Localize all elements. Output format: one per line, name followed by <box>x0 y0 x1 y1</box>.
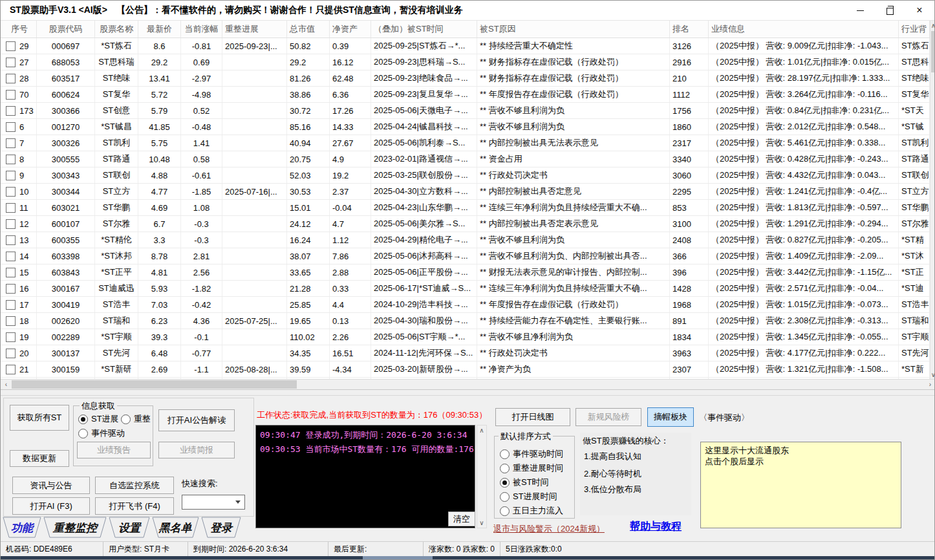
quick-search-select[interactable] <box>182 495 245 510</box>
row-checkbox[interactable] <box>6 74 16 83</box>
radio-sort-5day-inflow[interactable]: 五日主力流入 <box>500 505 563 517</box>
row-checkbox[interactable] <box>6 58 16 67</box>
row-checkbox[interactable] <box>6 268 16 277</box>
row-checkbox[interactable] <box>6 284 16 294</box>
scroll-up-icon[interactable]: ∧ <box>930 21 935 30</box>
row-checkbox[interactable] <box>6 155 16 164</box>
radio-restructure[interactable]: 重整 <box>121 413 151 425</box>
minimize-button[interactable] <box>845 1 875 20</box>
column-header-mcap[interactable]: 总市值 <box>287 21 330 38</box>
table-row[interactable]: 29000697*ST炼石8.6-0.812025-09-23|...50.82… <box>1 38 930 54</box>
perf-forecast-button[interactable]: 业绩预告 <box>77 442 151 458</box>
tab-label[interactable]: 黑名单 <box>158 522 193 534</box>
column-header-nav[interactable]: 净资产 <box>330 21 371 38</box>
row-checkbox[interactable] <box>6 349 16 358</box>
column-header-sttime[interactable]: （叠加）被ST时间 <box>371 21 477 38</box>
column-header-perf[interactable]: 业绩信息 <box>709 21 899 38</box>
tab-label[interactable]: 登录 <box>210 522 233 534</box>
row-seq-text: 14 <box>19 252 28 261</box>
log-console[interactable]: 09:30:47 登录成功,到期时间：2026-6-20 3:6:3409:30… <box>255 425 475 528</box>
row-checkbox[interactable] <box>6 235 16 245</box>
perf-brief-button[interactable]: 业绩简报 <box>158 442 235 458</box>
radio-sort-restructure-time[interactable]: 重整进展时间 <box>500 462 563 474</box>
column-header-change[interactable]: 当前涨幅 <box>181 21 222 38</box>
column-header-seq[interactable]: 序号 <box>1 21 37 38</box>
row-checkbox[interactable] <box>6 300 16 310</box>
table-row[interactable]: 173300366ST创意5.790.5230.7217.262025-05-0… <box>1 103 930 119</box>
column-header-code[interactable]: 股票代码 <box>37 21 95 38</box>
table-row[interactable]: 7300326ST凯利5.751.4140.9427.672025-05-06|… <box>1 135 930 151</box>
table-row[interactable]: 21300159*ST新研2.69-1.12025-08-28|...39.59… <box>1 361 930 378</box>
table-row[interactable]: 10300344ST立方4.77-1.852025-07-16|...30.53… <box>1 184 930 200</box>
news-button[interactable]: 资讯与公告 <box>12 477 90 494</box>
table-row[interactable]: 11603021ST华鹏4.691.0815.01-0.042025-04-23… <box>1 200 930 216</box>
radio-event-driven[interactable]: 事件驱动 <box>78 427 125 439</box>
table-row[interactable]: 16300167ST迪威迅5.93-1.8221.280.332025-06-1… <box>1 281 930 297</box>
row-checkbox[interactable] <box>6 365 16 374</box>
row-checkbox[interactable] <box>6 106 16 116</box>
table-row[interactable]: 6001270*ST铖昌41.85-0.4885.1614.332025-04-… <box>1 119 930 135</box>
table-row[interactable]: 13600355*ST精伦3.3-0.316.241.122025-04-29|… <box>1 232 930 248</box>
close-button[interactable]: × <box>905 1 934 20</box>
tab-label[interactable]: 重整监控 <box>52 522 99 534</box>
table-row[interactable]: 9300343ST联创4.88-0.6152.0319.22025-03-25|… <box>1 167 930 184</box>
help-tutorial-link[interactable]: 帮助与教程 <box>630 520 682 533</box>
row-checkbox[interactable] <box>6 219 16 229</box>
ai-report-button[interactable]: 打开AI公告解读 <box>158 409 235 431</box>
row-checkbox[interactable] <box>6 332 16 342</box>
row-checkbox[interactable] <box>6 41 16 51</box>
tab-label[interactable]: 功能 <box>11 522 35 534</box>
table-vertical-scrollbar[interactable]: ∧ ∨ <box>930 21 935 379</box>
tab-label[interactable]: 设置 <box>118 522 142 534</box>
row-checkbox[interactable] <box>6 122 16 132</box>
table-row[interactable]: 70600624ST复华5.72-4.9838.866.362025-09-23… <box>1 87 930 103</box>
column-header-rank[interactable]: 排名 <box>670 21 709 38</box>
table-row[interactable]: 20300137ST先河6.48-0.7734.3516.512024-11-1… <box>1 345 930 361</box>
table-row[interactable]: 14603398*ST沐邦8.782.8138.077.862025-05-06… <box>1 248 930 264</box>
scroll-right-icon[interactable]: › <box>925 380 935 389</box>
row-checkbox[interactable] <box>6 138 16 148</box>
column-header-reason[interactable]: 被ST原因 <box>477 21 670 38</box>
column-header-price[interactable]: 最新价 <box>138 21 181 38</box>
scroll-down-icon[interactable]: ∨ <box>477 518 486 528</box>
table-row[interactable]: 28603517ST绝味13.41-2.9781.2662.482025-09-… <box>1 70 930 87</box>
row-checkbox[interactable] <box>6 171 16 180</box>
horizontal-scroll-thumb[interactable] <box>12 380 297 389</box>
delist-warning-link[interactable]: 退市与风险警示（2024新规） <box>493 523 605 535</box>
daily-chart-button[interactable]: 打开日线图 <box>495 408 570 426</box>
row-checkbox[interactable] <box>6 252 16 261</box>
column-header-name[interactable]: 股票名称 <box>95 21 138 38</box>
radio-sort-event-time[interactable]: 事件驱动时间 <box>500 448 563 460</box>
radio-sort-st-progress-time[interactable]: ST进展时间 <box>500 491 557 502</box>
table-row[interactable]: 27688053ST思科瑞29.20.6929.216.122025-09-23… <box>1 54 930 70</box>
get-all-st-button[interactable]: 获取所有ST <box>10 405 69 431</box>
scroll-left-icon[interactable]: ‹ <box>1 380 12 389</box>
table-row[interactable]: 19002289*ST宇顺39.3-0.1110.022.262025-05-0… <box>1 329 930 345</box>
data-update-button[interactable]: 数据更新 <box>10 450 69 467</box>
column-header-industry[interactable]: 行业背 <box>899 21 930 38</box>
row-checkbox[interactable] <box>6 203 16 213</box>
row-checkbox[interactable] <box>6 187 16 197</box>
row-checkbox[interactable] <box>6 90 16 100</box>
console-scrollbar[interactable]: ∧ ∨ <box>477 425 487 528</box>
table-row[interactable]: 12600107ST尔雅6.7-0.324.124.72025-05-06|美尔… <box>1 216 930 232</box>
vertical-scroll-thumb[interactable] <box>931 31 935 72</box>
row-checkbox[interactable] <box>6 316 16 326</box>
open-ai-button[interactable]: 打开AI (F3) <box>12 497 90 515</box>
table-horizontal-scrollbar[interactable]: ‹ › <box>1 379 935 390</box>
table-row[interactable]: 8300555ST路通10.480.5820.754.92023-02-01|路… <box>1 151 930 167</box>
clear-console-button[interactable]: 清空 <box>448 512 475 526</box>
radio-st-progress[interactable]: ST进展 <box>78 413 119 425</box>
column-header-progress[interactable]: 重整进展 <box>222 21 287 38</box>
risk-list-button[interactable]: 新规风险榜 <box>575 408 641 426</box>
watchlist-button[interactable]: 自选监控系统 <box>95 477 174 494</box>
table-row[interactable]: 18002620ST瑞和6.234.362025-07-25|...19.650… <box>1 313 930 329</box>
cap-removal-button[interactable]: 摘帽板块 <box>647 407 694 427</box>
open-feishu-button[interactable]: 打开飞书 (F4) <box>95 497 174 515</box>
scroll-down-icon[interactable]: ∨ <box>930 370 935 379</box>
table-row[interactable]: 17300419ST浩丰7.03-0.4225.854.42024-10-29|… <box>1 297 930 313</box>
restore-button[interactable] <box>875 1 905 20</box>
scroll-up-icon[interactable]: ∧ <box>477 425 486 435</box>
radio-sort-st-time[interactable]: 被ST时间 <box>500 477 549 488</box>
table-row[interactable]: 15603843*ST正平4.812.5633.652.882025-05-06… <box>1 264 930 281</box>
